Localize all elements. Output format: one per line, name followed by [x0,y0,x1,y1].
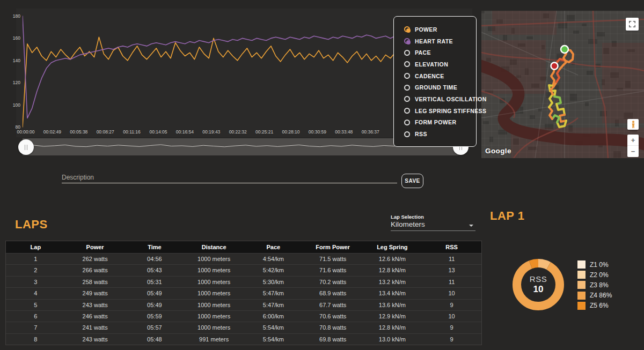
x-axis-tick: 00:36:37 [362,129,379,135]
legend-option-pace[interactable]: PACE [404,47,476,58]
x-axis-tick: 00:05:38 [70,129,87,135]
route-segment [549,94,553,107]
table-cell: 1000 meters [184,254,244,265]
y-axis-tick: 140 [3,58,20,63]
table-row[interactable]: 5243 watts05:491000 meters5:47/km67.7 wa… [6,299,481,310]
table-cell: 5:47/km [244,288,303,299]
table-row[interactable]: 1262 watts04:561000 meters4:54/km71.5 wa… [6,253,481,264]
table-cell: 13 [422,265,481,276]
legend-option-label: CADENCE [415,73,444,79]
table-cell: 5:30/km [244,277,303,288]
map-zoom-control: + − [627,135,639,157]
lap-detail-title: LAP 1 [490,209,524,223]
legend-option-form-power[interactable]: FORM POWER [404,117,476,129]
legend-option-label: PACE [415,49,431,56]
position-marker[interactable] [551,63,558,70]
table-cell: 70.6 watts [303,311,363,322]
donut-center-label: RSS [530,274,547,284]
table-cell: 4 [6,288,65,299]
donut-center-value: 10 [533,284,544,295]
save-button[interactable]: SAVE [401,174,423,188]
donut-center: RSS 10 [513,259,564,310]
table-cell: 1000 meters [184,265,244,276]
legend-option-power[interactable]: POWER [404,24,476,35]
table-cell: 12.8 kN/m [363,265,422,276]
dashboard: 00:00:0000:02:4900:05:3800:08:2700:11:16… [0,0,644,350]
table-cell: 266 watts [65,265,125,276]
table-cell: 991 meters [184,334,244,345]
table-cell: 5 [6,300,65,311]
table-row[interactable]: 6246 watts05:591000 meters6:00/km70.6 wa… [6,310,481,322]
table-cell: 6 [6,311,65,322]
laps-table-header: LapPowerTimeDistancePaceForm PowerLeg Sp… [6,241,481,253]
pegman-button[interactable] [627,119,639,130]
x-axis-tick: 00:14:05 [149,129,167,135]
table-cell: 05:49 [125,300,185,311]
legend-option-elevation[interactable]: ELEVATION [404,58,476,70]
x-axis-tick: 00:25:21 [255,129,273,135]
laps-section-title: LAPS [15,218,48,232]
zone-color-swatch [577,281,586,289]
lap-selection-dropdown[interactable]: Kilometers [391,220,475,231]
table-row[interactable]: 7241 watts05:571000 meters5:54/km70.8 wa… [6,322,481,333]
legend-option-leg-spring-stiffness[interactable]: LEG SPRING STIFFNESS [404,105,476,117]
x-axis-tick: 00:19:43 [202,129,220,135]
table-cell: 246 watts [65,311,125,322]
table-cell: 2 [6,265,65,276]
radio-icon [404,50,410,56]
radio-icon [404,85,410,91]
table-row[interactable]: 3258 watts05:311000 meters5:30/km70.2 wa… [6,276,481,287]
table-cell: 05:48 [125,334,185,345]
route-map[interactable]: + − Google [481,11,644,158]
zone-label: Z1 0% [590,261,609,269]
route-segment [549,107,552,119]
legend-option-vertical-oscillation[interactable]: VERTICAL OSCILLATION [404,93,476,105]
lap-selection-label: Lap Selection [391,214,424,220]
zone-legend-item: Z5 6% [577,301,612,311]
radio-icon [404,108,410,114]
legend-option-rss[interactable]: RSS [404,128,476,140]
laps-table: LapPowerTimeDistancePaceForm PowerLeg Sp… [5,241,482,345]
legend-option-cadence[interactable]: CADENCE [404,70,476,82]
table-cell: 05:57 [125,322,185,333]
legend-option-label: ELEVATION [415,61,448,68]
table-row[interactable]: 4249 watts05:491000 meters5:47/km68.9 wa… [6,287,481,299]
fullscreen-button[interactable] [626,18,639,31]
zoom-out-button[interactable]: − [627,146,639,157]
table-cell: 67.7 watts [303,300,363,311]
table-cell: 5:47/km [244,300,303,311]
column-header: RSS [422,241,481,253]
table-cell: 249 watts [65,288,125,299]
y-axis-tick: 120 [3,80,20,85]
scrubber-handle-left[interactable] [18,139,34,155]
legend-option-label: VERTICAL OSCILLATION [415,96,487,102]
table-cell: 5:42/km [244,265,303,276]
x-axis-tick: 00:30:59 [309,129,326,135]
legend-option-label: POWER [415,26,437,33]
table-cell: 12.8 kN/m [363,322,422,333]
radio-icon [404,120,410,125]
x-axis-tick: 00:28:10 [282,129,299,135]
table-row[interactable]: 8243 watts05:48991 meters5:54/km69.8 wat… [6,333,481,345]
table-row[interactable]: 2266 watts05:431000 meters5:42/km71.6 wa… [6,264,481,275]
start-marker[interactable] [561,46,568,53]
table-cell: 68.9 watts [303,288,363,299]
radio-dot [406,28,411,33]
zone-label: Z5 6% [590,302,609,309]
route-segment [557,69,560,82]
legend-option-label: RSS [415,131,427,137]
table-cell: 71.5 watts [303,254,363,265]
table-cell: 5:54/km [244,322,303,333]
radio-dot [406,40,411,44]
column-header: Form Power [303,241,363,253]
table-cell: 1000 meters [184,288,244,299]
zoom-in-button[interactable]: + [627,135,639,146]
legend-option-heart-rate[interactable]: HEART RATE [404,35,476,47]
column-header: Time [125,241,185,253]
chevron-down-icon [469,225,473,227]
table-cell: 9 [422,322,481,333]
description-input[interactable] [62,172,397,183]
column-header: Leg Spring [363,241,422,253]
radio-icon [404,131,410,137]
legend-option-ground-time[interactable]: GROUND TIME [404,81,476,93]
